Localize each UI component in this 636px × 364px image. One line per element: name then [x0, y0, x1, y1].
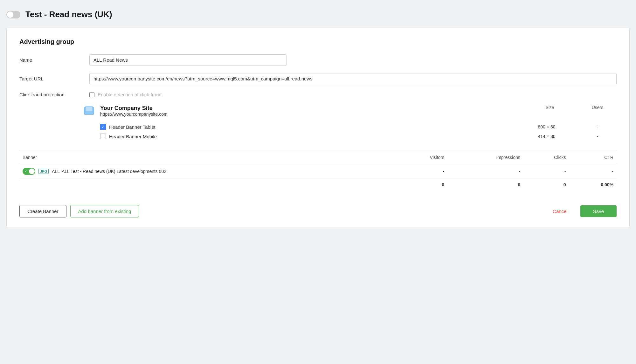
- site-name: Your Company Site: [100, 105, 168, 112]
- site-header: Your Company Site https://www.yourcompan…: [83, 105, 617, 117]
- page-title: Test - Read news (UK): [25, 10, 112, 19]
- fraud-checkbox-label: Enable detection of click-fraud: [98, 92, 162, 97]
- fraud-checkbox[interactable]: [89, 92, 94, 97]
- cancel-button[interactable]: Cancel: [545, 205, 575, 217]
- svg-rect-1: [86, 106, 93, 111]
- fraud-row: Click-fraud protection Enable detection …: [19, 92, 617, 97]
- banner-col-header: Banner: [19, 151, 395, 164]
- banner-row-mobile: Header Banner Mobile 414×80 -: [100, 132, 617, 141]
- visitors-col-header: Visitors: [395, 151, 447, 164]
- url-input[interactable]: [89, 73, 617, 84]
- url-label: Target URL: [19, 76, 83, 81]
- site-section: Your Company Site https://www.yourcompan…: [83, 105, 617, 141]
- url-row: Target URL: [19, 73, 617, 84]
- bottom-section: Banner Visitors Impressions Clicks CTR ✓…: [19, 151, 617, 191]
- banner-tablet-size: 800×80: [518, 124, 575, 129]
- name-row: Name: [19, 54, 617, 65]
- totals-row: 0 0 0 0.00%: [19, 179, 617, 191]
- banner-checkbox-mobile[interactable]: [100, 134, 106, 139]
- table-row: ✓ JPG ALL ALL Test - Read news (UK) Late…: [19, 164, 617, 179]
- totals-label: [19, 179, 395, 191]
- impressions-cell: -: [447, 164, 523, 179]
- section-title: Advertising group: [19, 38, 617, 45]
- banner-name: ALL Test - Read news (UK) Latest develop…: [62, 169, 166, 174]
- banner-cell: ✓ JPG ALL ALL Test - Read news (UK) Late…: [19, 164, 395, 179]
- total-impressions: 0: [447, 179, 523, 191]
- save-button[interactable]: Save: [580, 205, 617, 217]
- clicks-col-header: Clicks: [523, 151, 569, 164]
- impressions-col-header: Impressions: [447, 151, 523, 164]
- add-banner-button[interactable]: Add banner from existing: [70, 205, 139, 217]
- banner-row-tablet: ✓ Header Banner Tablet 800×80 -: [100, 122, 617, 132]
- page-toggle[interactable]: [6, 11, 20, 18]
- name-label: Name: [19, 57, 83, 63]
- name-input[interactable]: [89, 54, 287, 65]
- banner-tablet-name: Header Banner Tablet: [109, 124, 515, 130]
- banner-mobile-name: Header Banner Mobile: [109, 134, 515, 139]
- banner-tablet-users: -: [578, 124, 617, 129]
- banner-mobile-users: -: [578, 134, 617, 139]
- ctr-cell: -: [569, 164, 617, 179]
- users-col-header: Users: [578, 105, 617, 110]
- footer-bar: Create Banner Add banner from existing C…: [19, 200, 617, 217]
- site-url[interactable]: https://www.yourcompanysite.com: [100, 112, 168, 117]
- fraud-label: Click-fraud protection: [19, 92, 83, 97]
- ctr-col-header: CTR: [569, 151, 617, 164]
- banner-table: Banner Visitors Impressions Clicks CTR ✓…: [19, 151, 617, 191]
- main-card: Advertising group Name Target URL Click-…: [6, 28, 630, 228]
- footer-left: Create Banner Add banner from existing: [19, 205, 139, 217]
- site-icon: [83, 105, 95, 117]
- total-clicks: 0: [523, 179, 569, 191]
- site-info: Your Company Site https://www.yourcompan…: [100, 105, 168, 117]
- create-banner-button[interactable]: Create Banner: [19, 205, 66, 217]
- banner-mobile-size: 414×80: [518, 134, 575, 139]
- visitors-cell: -: [395, 164, 447, 179]
- total-visitors: 0: [395, 179, 447, 191]
- fraud-checkbox-row: Enable detection of click-fraud: [89, 92, 162, 97]
- banner-table-header-row: Banner Visitors Impressions Clicks CTR: [19, 151, 617, 164]
- footer-right: Cancel Save: [545, 205, 617, 217]
- banner-checkbox-tablet[interactable]: ✓: [100, 124, 106, 130]
- banner-targeting: ALL: [52, 169, 60, 174]
- banner-cell-content: ✓ JPG ALL ALL Test - Read news (UK) Late…: [23, 168, 392, 175]
- total-ctr: 0.00%: [569, 179, 617, 191]
- size-col-header: Size: [521, 105, 578, 110]
- jpg-badge: JPG: [38, 169, 49, 174]
- clicks-cell: -: [523, 164, 569, 179]
- banner-toggle[interactable]: ✓: [23, 168, 35, 175]
